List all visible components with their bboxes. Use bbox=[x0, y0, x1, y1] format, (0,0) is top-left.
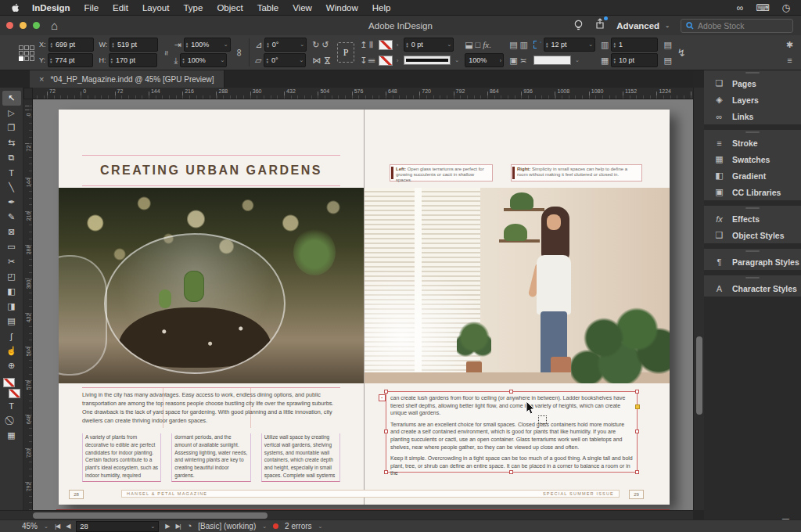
document-tab[interactable]: × *04_HP_Magazine.indd @ 45% [GPU Previe… bbox=[30, 70, 224, 88]
gutter-field[interactable]: ▴▾10 pt bbox=[611, 53, 658, 67]
ruler-origin-box[interactable] bbox=[23, 88, 33, 99]
menu-object[interactable]: Object bbox=[210, 3, 250, 13]
pen-tool[interactable]: ✒ bbox=[2, 195, 21, 210]
last-page-button[interactable]: ▶| bbox=[175, 523, 180, 530]
clock-icon[interactable]: ◷ bbox=[782, 2, 790, 13]
panel-tab-pages[interactable]: ❏Pages bbox=[704, 75, 801, 92]
magazine-spread[interactable]: CREATING URBAN GARDENS Left: Open glass … bbox=[59, 110, 670, 505]
caption-right-frame[interactable]: Right: Simplicity in small spaces can he… bbox=[511, 164, 642, 182]
error-count[interactable]: 2 errors bbox=[285, 522, 311, 530]
formatting-affects-text-button[interactable]: T bbox=[2, 398, 21, 413]
minimize-window-button[interactable] bbox=[20, 22, 27, 29]
content-collector-tool[interactable]: ⧉ bbox=[2, 150, 21, 165]
panel-tab-links[interactable]: ∞Links bbox=[704, 108, 801, 124]
menu-table[interactable]: Table bbox=[250, 3, 286, 13]
vertical-scrollbar[interactable] bbox=[693, 88, 705, 510]
close-window-button[interactable] bbox=[6, 22, 13, 29]
fill-stroke-swatches[interactable] bbox=[3, 378, 20, 398]
next-page-button[interactable]: ▶ bbox=[165, 523, 169, 530]
height-field[interactable]: ▴▾170 pt bbox=[109, 53, 157, 67]
page-number-field[interactable]: 28⌄ bbox=[76, 521, 159, 532]
align-top-icon[interactable]: ↥ bbox=[360, 41, 367, 49]
selection-handle-bl[interactable] bbox=[384, 470, 388, 474]
selection-handle-ml[interactable] bbox=[384, 430, 388, 433]
page-number-right[interactable]: 29 bbox=[629, 490, 644, 499]
panel-tab-cc-libraries[interactable]: ▣CC Libraries bbox=[704, 184, 801, 200]
panel-tab-object-styles[interactable]: ❑Object Styles bbox=[704, 227, 801, 243]
apply-none-button[interactable]: ⃠ bbox=[2, 413, 21, 428]
corner-radius-handle[interactable] bbox=[635, 404, 640, 409]
selected-text-frame[interactable]: ▪ can create lush gardens from floor to … bbox=[386, 391, 638, 473]
wrap-none-icon[interactable]: ▤ bbox=[509, 41, 517, 49]
flip-vertical-icon[interactable]: ⋈ bbox=[323, 56, 332, 65]
menu-type[interactable]: Type bbox=[176, 3, 210, 13]
rotate-ccw-icon[interactable]: ↺ bbox=[321, 41, 329, 49]
rotate-cw-icon[interactable]: ↻ bbox=[312, 41, 319, 49]
reference-point-selector[interactable] bbox=[19, 45, 34, 60]
intro-text-frame[interactable]: Living in the city has many advantages. … bbox=[82, 387, 340, 425]
stroke-color-swatch[interactable] bbox=[379, 56, 393, 66]
preflight-profile[interactable]: [Basic] (working) bbox=[198, 522, 256, 530]
gear-icon[interactable]: ✱ bbox=[786, 41, 793, 49]
line-tool[interactable]: ╲ bbox=[2, 180, 21, 195]
selection-handle-tl[interactable] bbox=[384, 390, 388, 394]
rectangle-frame-tool[interactable]: ⊠ bbox=[2, 225, 21, 239]
title-text-frame[interactable]: CREATING URBAN GARDENS bbox=[82, 155, 340, 186]
caption-left-frame[interactable]: Left: Open glass terrariums are perfect … bbox=[390, 164, 493, 182]
y-position-field[interactable]: ▴▾774 pt bbox=[48, 53, 93, 67]
fill-color-swatch[interactable] bbox=[379, 40, 393, 50]
stroke-type-dropdown[interactable] bbox=[404, 56, 451, 65]
panel-tab-layers[interactable]: ◈Layers bbox=[704, 92, 801, 108]
opacity-field[interactable]: 100%› bbox=[465, 53, 504, 67]
panel-tab-swatches[interactable]: ▦Swatches bbox=[704, 151, 801, 167]
vertical-ruler[interactable]: 072144216288360432504576648720792 bbox=[23, 99, 33, 510]
selection-handle-bm[interactable] bbox=[509, 470, 513, 474]
vertical-scroll-thumb[interactable] bbox=[696, 336, 702, 415]
woman-plants-photo[interactable] bbox=[365, 188, 670, 383]
distribute-v-icon[interactable]: ⫴ bbox=[367, 59, 375, 63]
direct-selection-tool[interactable]: ▷ bbox=[2, 106, 21, 120]
home-icon[interactable]: ⌂ bbox=[51, 20, 58, 31]
character-list-icon[interactable]: ▤ bbox=[663, 56, 671, 65]
horizontal-ruler[interactable]: 7207214421628836043250457664872079286493… bbox=[33, 88, 693, 99]
creative-cloud-icon[interactable]: ∞ bbox=[737, 2, 744, 13]
footer-rule-frame[interactable]: HANSEL & PETAL MAGAZINE SPECIAL SUMMER I… bbox=[121, 490, 620, 498]
note-tool[interactable]: ▤ bbox=[2, 314, 21, 329]
corner-options-icon[interactable]: ⬓ bbox=[465, 41, 472, 49]
wrap-bounding-icon[interactable]: ▥ bbox=[520, 41, 528, 49]
document-canvas[interactable]: CREATING URBAN GARDENS Left: Open glass … bbox=[33, 99, 693, 510]
menu-file[interactable]: File bbox=[77, 3, 106, 13]
scale-y-field[interactable]: ▴▾100%⌄ bbox=[180, 53, 227, 67]
selection-handle-tm[interactable] bbox=[509, 390, 513, 394]
panel-tab-stroke[interactable]: ≡Stroke bbox=[704, 135, 801, 151]
preflight-icon[interactable]: ◔ bbox=[187, 522, 192, 530]
fill-arrow-icon[interactable]: › bbox=[397, 42, 398, 48]
share-icon[interactable] bbox=[594, 18, 605, 33]
gap-tool[interactable]: ⇆ bbox=[2, 135, 21, 150]
zoom-dropdown-icon[interactable]: ⌄ bbox=[44, 523, 48, 530]
eyedropper-tool[interactable]: ʃ bbox=[2, 329, 21, 343]
effects-fx-icon[interactable]: fx. bbox=[483, 41, 491, 49]
menu-edit[interactable]: Edit bbox=[106, 3, 135, 13]
workspace-switcher[interactable]: Advanced⌄ bbox=[616, 21, 670, 31]
rotation-angle-field[interactable]: ▴▾0°⌄ bbox=[264, 38, 307, 52]
stroke-arrow-icon[interactable]: › bbox=[397, 58, 398, 63]
gradient-feather-tool[interactable]: ◨ bbox=[2, 299, 21, 314]
prev-page-button[interactable]: ◀ bbox=[66, 523, 70, 530]
x-position-field[interactable]: ▴▾699 pt bbox=[48, 38, 94, 52]
menu-layout[interactable]: Layout bbox=[135, 3, 177, 13]
learn-lightbulb-icon[interactable] bbox=[573, 20, 584, 31]
pencil-tool[interactable]: ✎ bbox=[2, 210, 21, 225]
menu-window[interactable]: Window bbox=[319, 3, 365, 13]
panel-tab-paragraph-styles[interactable]: ¶Paragraph Styles bbox=[704, 253, 801, 270]
close-tab-icon[interactable]: × bbox=[39, 74, 44, 84]
page-number-left[interactable]: 28 bbox=[69, 490, 84, 499]
corner-size-field[interactable]: ▴▾12 pt⌄ bbox=[544, 38, 595, 52]
errors-dropdown-icon[interactable]: ⌄ bbox=[318, 523, 323, 530]
distribute-h-icon[interactable]: ⫴ bbox=[369, 41, 373, 49]
free-transform-tool[interactable]: ◰ bbox=[2, 269, 21, 284]
screen-mode-button[interactable]: ▦ bbox=[2, 428, 21, 443]
select-container-indicator[interactable]: P bbox=[337, 42, 354, 63]
menu-indesign[interactable]: InDesign bbox=[25, 3, 77, 13]
paragraph-list-icon[interactable]: ▤ bbox=[663, 41, 671, 49]
